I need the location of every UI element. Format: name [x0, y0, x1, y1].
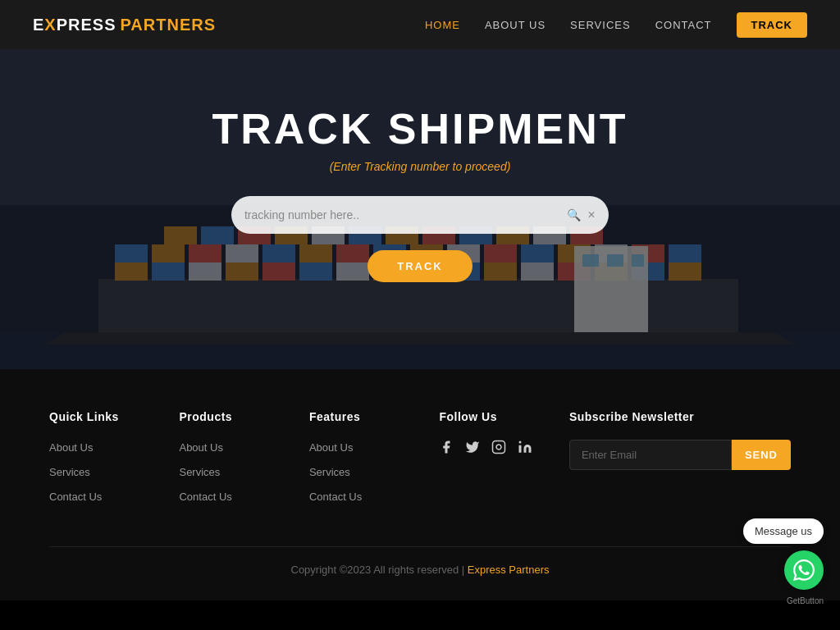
features-list: About Us Services Contact Us	[309, 440, 422, 504]
footer-divider	[49, 546, 791, 547]
navbar: EXPRESS PARTNERS HOME ABOUT US SERVICES …	[0, 0, 840, 49]
feature-about[interactable]: About Us	[309, 441, 353, 454]
follow-us-heading: Follow Us	[439, 410, 552, 423]
nav-about[interactable]: ABOUT US	[485, 19, 546, 31]
quick-link-services[interactable]: Services	[49, 466, 90, 478]
hero-content: TRACK SHIPMENT (Enter Tracking number to…	[212, 104, 628, 282]
nav-track-button[interactable]: TRACK	[737, 12, 808, 38]
products-list: About Us Services Contact Us	[179, 440, 292, 504]
logo-partners: PARTNERS	[121, 16, 217, 34]
linkedin-icon[interactable]	[518, 440, 532, 458]
track-button[interactable]: TRACK	[368, 250, 472, 282]
footer-grid: Quick Links About Us Services Contact Us…	[49, 410, 791, 514]
floating-buttons: Message us GetButton	[743, 518, 824, 605]
tracking-input[interactable]	[244, 208, 567, 221]
footer-products: Products About Us Services Contact Us	[179, 410, 292, 514]
nav-links: HOME ABOUT US SERVICES CONTACT TRACK	[425, 17, 807, 32]
footer-features: Features About Us Services Contact Us	[309, 410, 422, 514]
close-icon: ✕	[587, 209, 596, 221]
instagram-icon[interactable]	[491, 440, 506, 458]
quick-links-heading: Quick Links	[49, 410, 162, 423]
features-heading: Features	[309, 410, 422, 423]
quick-links-list: About Us Services Contact Us	[49, 440, 162, 504]
products-heading: Products	[179, 410, 292, 423]
quick-link-about[interactable]: About Us	[49, 441, 93, 454]
footer-follow-us: Follow Us	[439, 410, 552, 514]
hero-subtitle: (Enter Tracking number to proceed)	[212, 160, 628, 173]
footer-copyright: Copyright ©2023 All rights reserved | Ex…	[49, 564, 791, 576]
footer-newsletter: Subscribe Newsletter SEND	[569, 410, 791, 514]
message-us-button[interactable]: Message us	[743, 518, 824, 544]
nav-services[interactable]: SERVICES	[570, 19, 631, 31]
social-icons	[439, 440, 552, 458]
logo: EXPRESS PARTNERS	[33, 16, 216, 34]
logo-e: E	[33, 16, 44, 34]
feature-services[interactable]: Services	[309, 466, 350, 478]
copyright-text: Copyright ©2023 All rights reserved |	[291, 564, 468, 576]
product-contact[interactable]: Contact Us	[179, 491, 231, 503]
logo-xpress: PRESS	[57, 16, 116, 34]
tracking-icons: 🔍 ✕	[567, 208, 596, 221]
tracking-form: 🔍 ✕	[212, 196, 628, 234]
hero-title: TRACK SHIPMENT	[212, 104, 628, 153]
nav-contact[interactable]: CONTACT	[655, 19, 712, 31]
nav-home[interactable]: HOME	[425, 19, 460, 31]
product-services[interactable]: Services	[179, 466, 220, 478]
newsletter-heading: Subscribe Newsletter	[569, 410, 791, 423]
product-about[interactable]: About Us	[179, 441, 222, 454]
whatsapp-button[interactable]	[784, 550, 824, 590]
getchat-label: GetButton	[787, 596, 824, 605]
logo-x: X	[44, 16, 56, 34]
newsletter-send-button[interactable]: SEND	[732, 440, 791, 470]
feature-contact[interactable]: Contact Us	[309, 491, 362, 503]
hero-section: TRACK SHIPMENT (Enter Tracking number to…	[0, 49, 840, 369]
newsletter-form: SEND	[569, 440, 791, 470]
footer-quick-links: Quick Links About Us Services Contact Us	[49, 410, 162, 514]
svg-rect-54	[519, 445, 522, 453]
footer: Quick Links About Us Services Contact Us…	[0, 369, 840, 600]
search-icon: 🔍	[567, 208, 581, 221]
newsletter-email-input[interactable]	[569, 440, 732, 470]
svg-rect-52	[493, 441, 505, 454]
twitter-icon[interactable]	[465, 440, 480, 458]
facebook-icon[interactable]	[439, 440, 454, 458]
svg-point-55	[519, 441, 522, 444]
footer-brand-link[interactable]: Express Partners	[468, 564, 550, 576]
quick-link-contact[interactable]: Contact Us	[49, 491, 102, 503]
tracking-input-wrap: 🔍 ✕	[231, 196, 609, 234]
